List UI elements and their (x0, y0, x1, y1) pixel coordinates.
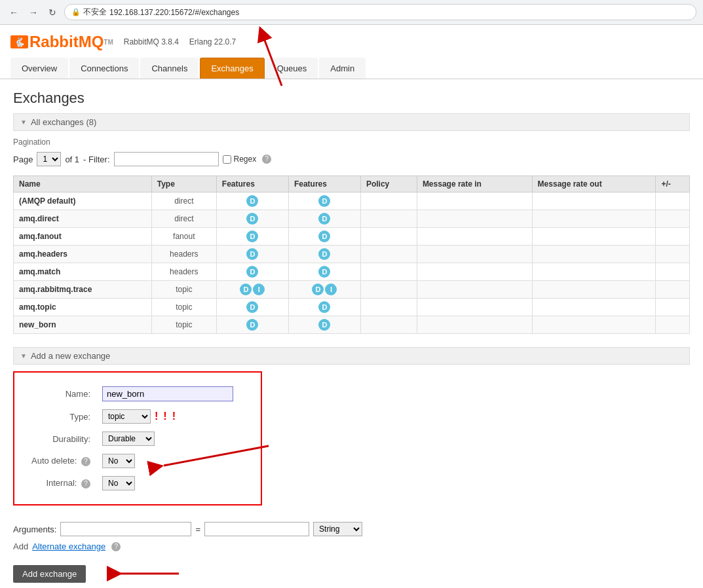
exchange-plusminus (656, 246, 690, 263)
nav-tabs: Overview Connections Channels Exchanges … (10, 58, 693, 79)
exchange-type: topic (151, 299, 216, 316)
exchange-type: topic (151, 316, 216, 334)
exchange-rate_out (532, 316, 656, 334)
regex-help-icon[interactable]: ? (262, 155, 271, 164)
exchange-plusminus (656, 228, 690, 246)
regex-checkbox[interactable] (223, 155, 231, 164)
type-select[interactable]: direct fanout headers topic (102, 409, 151, 424)
table-header-row: Name Type Features Features Policy Messa… (14, 176, 690, 193)
main-content: Exchanges ▼ All exchanges (8) Pagination… (0, 79, 703, 588)
exchange-policy (360, 263, 417, 281)
exchange-feat2: D (288, 263, 360, 281)
table-row[interactable]: (AMQP default)directDD (14, 193, 690, 210)
all-exchanges-label: All exchanges (8) (31, 117, 96, 127)
internal-help-icon[interactable]: ? (81, 479, 90, 488)
pagination-label: Pagination (13, 138, 690, 147)
col-plusminus[interactable]: +/- (656, 176, 690, 193)
page-title: Exchanges (13, 90, 690, 107)
add-triangle: ▼ (20, 352, 27, 359)
table-row[interactable]: new_borntopicDD (14, 316, 690, 334)
arguments-label: Arguments: (13, 524, 56, 534)
form-row-internal: Internal: ? No Yes (26, 473, 238, 494)
rabbit-icon: 🐇 (10, 35, 28, 48)
table-row[interactable]: amq.fanoutfanoutDD (14, 228, 690, 246)
autodelete-help-icon[interactable]: ? (81, 457, 90, 466)
col-rate-in: Message rate in (417, 176, 532, 193)
col-name: Name (14, 176, 152, 193)
browser-bar: ← → ↻ 🔒 不安全 192.168.137.220:15672/#/exch… (0, 0, 703, 25)
exchange-rate_in (417, 246, 532, 263)
tab-channels[interactable]: Channels (140, 58, 199, 79)
page-select[interactable]: 1 (37, 152, 61, 166)
exchange-feat2: D (288, 210, 360, 228)
arguments-type-select[interactable]: String Number Boolean List (313, 522, 362, 536)
exclaim1: ! (155, 411, 158, 422)
table-row[interactable]: amq.matchheadersDD (14, 263, 690, 281)
filter-label: - Filter: (83, 155, 109, 164)
form-row-name: Name: (26, 383, 238, 405)
tab-exchanges[interactable]: Exchanges (200, 58, 264, 79)
add-exchange-header[interactable]: ▼ Add a new exchange (13, 347, 690, 365)
table-row[interactable]: amq.directdirectDD (14, 210, 690, 228)
table-row[interactable]: amq.headersheadersDD (14, 246, 690, 263)
filter-input[interactable] (114, 152, 219, 166)
rmq-version: RabbitMQ 3.8.4 (124, 37, 179, 46)
exchange-plusminus (656, 263, 690, 281)
exchange-feat1: DI (216, 281, 288, 299)
arguments-row: Arguments: = String Number Boolean List (13, 522, 690, 536)
type-label: Type: (26, 406, 96, 427)
rmq-header: 🐇 RabbitMQ TM RabbitMQ 3.8.4 Erlang 22.0… (0, 25, 703, 79)
autodelete-select[interactable]: No Yes (102, 454, 135, 468)
exchange-rate_in (417, 228, 532, 246)
back-button[interactable]: ← (7, 6, 21, 19)
forward-button[interactable]: → (26, 6, 41, 19)
exchange-feat2: D (288, 299, 360, 316)
internal-label: Internal: ? (26, 473, 96, 494)
exchange-feat1: D (216, 228, 288, 246)
exchange-rate_in (417, 193, 532, 210)
erlang-version: Erlang 22.0.7 (189, 37, 236, 46)
exchange-plusminus (656, 193, 690, 210)
exchange-rate_out (532, 299, 656, 316)
exchange-type: headers (151, 263, 216, 281)
tab-overview[interactable]: Overview (10, 58, 68, 79)
refresh-button[interactable]: ↻ (46, 6, 59, 19)
internal-select[interactable]: No Yes (102, 476, 135, 490)
alternate-exchange-link[interactable]: Alternate exchange (32, 542, 105, 551)
tab-admin[interactable]: Admin (319, 58, 366, 79)
exchange-feat1: D (216, 299, 288, 316)
add-exchange-button[interactable]: Add exchange (13, 565, 86, 583)
arguments-value-input[interactable] (204, 522, 309, 536)
add-text: Add (13, 542, 28, 551)
page-label: Page (13, 155, 33, 164)
exchange-policy (360, 299, 417, 316)
exchange-feat2: D (288, 193, 360, 210)
exchange-rate_out (532, 263, 656, 281)
exchange-type: direct (151, 193, 216, 210)
exchange-type: topic (151, 281, 216, 299)
url-bar[interactable]: 🔒 不安全 192.168.137.220:15672/#/exchanges (64, 4, 696, 20)
arguments-key-input[interactable] (60, 522, 191, 536)
regex-label: Regex (223, 155, 257, 164)
exchange-rate_out (532, 193, 656, 210)
table-row[interactable]: amq.topictopicDD (14, 299, 690, 316)
all-exchanges-header[interactable]: ▼ All exchanges (8) (13, 113, 690, 131)
annotation-arrow-button (94, 560, 185, 587)
exchange-policy (360, 228, 417, 246)
exchange-rate_in (417, 299, 532, 316)
exchange-policy (360, 210, 417, 228)
exchange-name-input[interactable] (102, 386, 233, 401)
exclaim3: ! (172, 411, 176, 422)
exchange-name: (AMQP default) (14, 193, 152, 210)
alternate-exchange-help-icon[interactable]: ? (111, 542, 121, 551)
of-label: of 1 (65, 155, 79, 164)
durability-select[interactable]: Durable Transient (102, 432, 155, 446)
tab-queues[interactable]: Queues (266, 58, 318, 79)
tab-connections[interactable]: Connections (69, 58, 139, 79)
rmq-logo: 🐇 RabbitMQ TM (10, 33, 113, 51)
security-icon: 🔒 (71, 8, 81, 16)
table-row[interactable]: amq.rabbitmq.tracetopicDIDI (14, 281, 690, 299)
exchange-rate_out (532, 228, 656, 246)
form-row-durability: Durability: Durable Transient (26, 428, 238, 449)
exchange-feat1: D (216, 246, 288, 263)
